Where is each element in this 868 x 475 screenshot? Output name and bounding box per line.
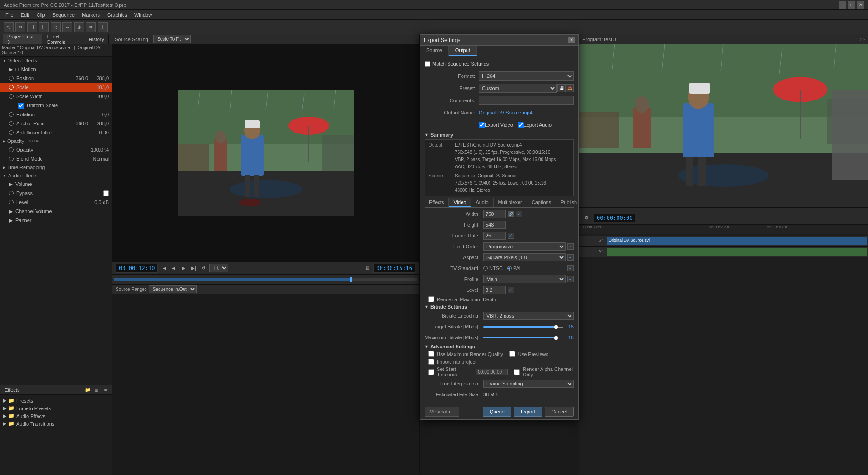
width-input[interactable] bbox=[483, 210, 506, 218]
pal-radio[interactable] bbox=[507, 266, 512, 271]
audio-tab[interactable]: Audio bbox=[471, 198, 493, 207]
menu-file[interactable]: File bbox=[2, 11, 17, 19]
slide-tool[interactable]: ⊕ bbox=[74, 22, 84, 32]
minimize-button[interactable]: — bbox=[839, 1, 846, 9]
start-timecode-input[interactable] bbox=[476, 369, 508, 375]
time-remapping-header[interactable]: ▶ Time Remapping bbox=[0, 163, 112, 171]
motion-row[interactable]: ▶ □ Motion bbox=[0, 65, 112, 74]
step-back-btn[interactable]: ◀ bbox=[170, 264, 178, 272]
height-input[interactable] bbox=[483, 221, 506, 229]
profile-checkbox[interactable] bbox=[567, 276, 574, 282]
collapse-btn[interactable]: >> bbox=[857, 36, 868, 43]
bitrate-encoding-select[interactable]: VBR, 2 pass bbox=[483, 312, 574, 320]
loop-btn[interactable]: ↺ bbox=[199, 264, 208, 272]
aspect-select[interactable]: Square Pixels (1.0) bbox=[483, 253, 566, 261]
use-max-render-checkbox[interactable] bbox=[428, 351, 434, 357]
presets-item[interactable]: ▶ 📁 Presets bbox=[3, 397, 109, 404]
menu-window[interactable]: Window bbox=[131, 11, 156, 19]
uniform-scale-checkbox[interactable] bbox=[18, 103, 24, 109]
opacity-header[interactable]: ▶ Opacity ○ □ ✏ bbox=[0, 137, 112, 145]
max-bitrate-thumb[interactable] bbox=[554, 336, 558, 340]
track-a1-clip[interactable] bbox=[607, 248, 867, 256]
import-preset-btn[interactable]: 📥 bbox=[566, 84, 574, 92]
scrubber-bar[interactable] bbox=[112, 274, 419, 284]
ntsc-option[interactable]: NTSC bbox=[483, 266, 503, 271]
profile-select[interactable]: Main bbox=[483, 275, 566, 283]
timeline-timecode[interactable]: 00:00:00:00 bbox=[594, 214, 635, 222]
program-tab[interactable]: Program: test 3 bbox=[579, 36, 620, 43]
ntsc-radio[interactable] bbox=[483, 266, 488, 271]
safe-margins-btn[interactable]: ⊞ bbox=[363, 264, 372, 272]
source-scaling-select[interactable]: Scale To Fit bbox=[153, 35, 191, 43]
level-row[interactable]: Level 0,0 dB bbox=[0, 198, 112, 207]
effects-tab-main[interactable]: Effects bbox=[0, 386, 24, 394]
tv-standard-checkbox[interactable] bbox=[567, 265, 574, 271]
menu-graphics[interactable]: Graphics bbox=[104, 11, 131, 19]
list-view-btn[interactable]: ≡ bbox=[102, 386, 110, 394]
rotation-row[interactable]: Rotation 0,0 bbox=[0, 110, 112, 119]
width-checkbox[interactable] bbox=[516, 211, 522, 217]
comments-input[interactable] bbox=[479, 96, 574, 105]
blend-mode-row[interactable]: Blend Mode Normal bbox=[0, 154, 112, 163]
audio-effects-header[interactable]: ▼ Audio Effects bbox=[0, 171, 112, 180]
advanced-section[interactable]: ▼ Advanced Settings bbox=[425, 344, 574, 349]
timeline-add-track[interactable]: + bbox=[639, 214, 647, 222]
tab-project[interactable]: Project: test 3 bbox=[3, 34, 42, 44]
frame-rate-input[interactable] bbox=[483, 232, 506, 240]
captions-tab[interactable]: Captions bbox=[527, 198, 556, 207]
level-field-checkbox[interactable] bbox=[508, 287, 514, 293]
audio-effects-item[interactable]: ▶ 📁 Audio Effects bbox=[3, 412, 109, 420]
text-tool[interactable]: T bbox=[98, 22, 108, 32]
tab-output[interactable]: Output bbox=[449, 46, 477, 56]
anti-flicker-row[interactable]: Anti-flicker Filter 0,00 bbox=[0, 128, 112, 137]
time-interpolation-select[interactable]: Frame Sampling bbox=[483, 380, 574, 388]
roll-tool[interactable]: ⊢ bbox=[39, 22, 49, 32]
scrubber-thumb[interactable] bbox=[350, 277, 352, 282]
cancel-button[interactable]: Cancel bbox=[545, 407, 574, 417]
tab-history[interactable]: History bbox=[84, 34, 109, 44]
channel-volume-row[interactable]: ▶ Channel Volume bbox=[0, 207, 112, 216]
preset-select[interactable]: Custom bbox=[479, 84, 557, 93]
audio-transitions-item[interactable]: ▶ 📁 Audio Transitions bbox=[3, 420, 109, 428]
panner-row[interactable]: ▶ Panner bbox=[0, 216, 112, 225]
delete-item-btn[interactable]: 🗑 bbox=[93, 386, 101, 394]
export-button[interactable]: Export bbox=[514, 407, 542, 417]
ripple-tool[interactable]: ⊣ bbox=[27, 22, 37, 32]
format-select[interactable]: H.264 bbox=[479, 71, 574, 81]
go-start-btn[interactable]: |◀ bbox=[160, 264, 168, 272]
target-bitrate-slider[interactable] bbox=[483, 326, 556, 328]
video-tab[interactable]: Video bbox=[449, 198, 471, 207]
tab-effect-controls[interactable]: Effect Controls bbox=[42, 34, 84, 44]
scale-width-row[interactable]: Scale Width 100,0 bbox=[0, 92, 112, 101]
metadata-button[interactable]: Metadata... bbox=[425, 407, 459, 417]
render-alpha-checkbox[interactable] bbox=[514, 369, 520, 375]
export-audio-checkbox[interactable] bbox=[518, 122, 524, 128]
tab-source[interactable]: Source bbox=[420, 46, 449, 56]
slip-tool[interactable]: ↔ bbox=[62, 22, 72, 32]
select-tool[interactable]: ↖ bbox=[4, 22, 14, 32]
scale-row[interactable]: Scale 103,0 bbox=[0, 83, 112, 92]
play-btn[interactable]: ▶ bbox=[179, 264, 188, 272]
step-fwd-btn[interactable]: ▶| bbox=[189, 264, 198, 272]
volume-row[interactable]: ▶ Volume bbox=[0, 180, 112, 189]
fit-dropdown[interactable]: Fit bbox=[209, 264, 228, 272]
field-order-select[interactable]: Progressive bbox=[483, 242, 566, 251]
menu-markers[interactable]: Markers bbox=[78, 11, 104, 19]
import-project-checkbox[interactable] bbox=[428, 359, 434, 365]
lumetri-item[interactable]: ▶ 📁 Lumetri Presets bbox=[3, 404, 109, 412]
publish-tab[interactable]: Publish bbox=[556, 198, 578, 207]
pal-option[interactable]: PAL bbox=[507, 266, 522, 271]
render-max-depth-checkbox[interactable] bbox=[428, 296, 434, 302]
summary-section[interactable]: ▼ Summary bbox=[425, 132, 574, 138]
dialog-close-button[interactable]: ✕ bbox=[568, 37, 575, 43]
frame-rate-checkbox[interactable] bbox=[508, 233, 514, 239]
save-preset-btn[interactable]: 💾 bbox=[557, 84, 566, 92]
position-row[interactable]: Position 360,0 288,0 bbox=[0, 74, 112, 83]
menu-edit[interactable]: Edit bbox=[17, 11, 33, 19]
razor-tool[interactable]: ◇ bbox=[51, 22, 61, 32]
level-field-input[interactable] bbox=[483, 286, 506, 294]
scrubber-track[interactable] bbox=[114, 278, 417, 281]
start-timecode-checkbox[interactable] bbox=[428, 369, 434, 375]
multiplexer-tab[interactable]: Multiplexer bbox=[494, 198, 527, 207]
anchor-point-row[interactable]: Anchor Point 360,0 288,0 bbox=[0, 119, 112, 128]
